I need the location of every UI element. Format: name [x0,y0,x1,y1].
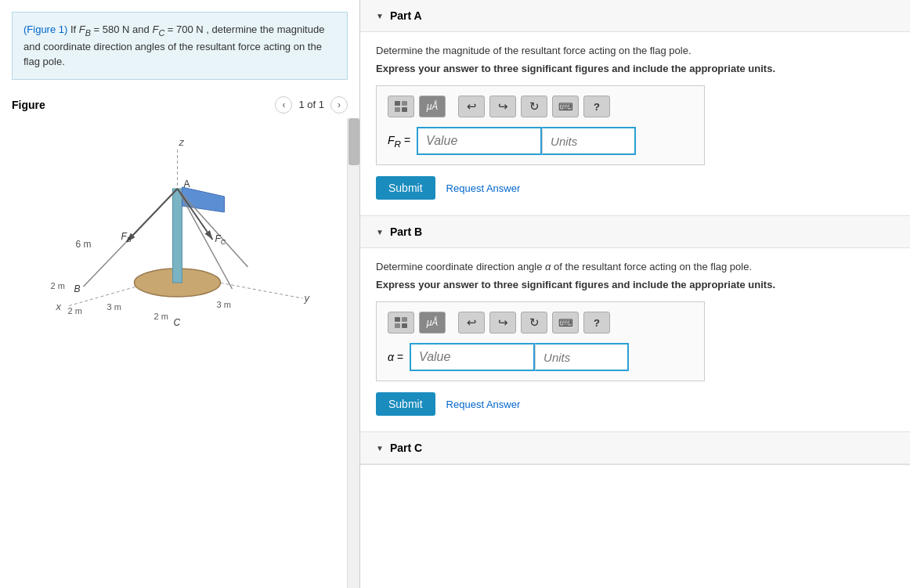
part-a-instruction: Express your answer to three significant… [376,63,894,74]
part-b-content: Determine coordinate direction angle α o… [360,248,910,431]
help-btn-b[interactable]: ? [583,312,610,334]
part-b-value-input[interactable] [410,343,535,371]
figure-with-scroll: z y x A [0,118,359,588]
figure-svg: z y x A [0,118,347,330]
svg-text:B: B [74,283,81,294]
part-b-instruction: Express your answer to three significant… [376,279,894,290]
part-b-request-link[interactable]: Request Answer [446,399,521,410]
right-panel: ▼ Part A Determine the magnitude of the … [360,0,910,588]
part-a-toolbar: μÅ ↩ ↪ ↻ ⌨ ? [388,96,693,117]
mu-btn-b[interactable]: μÅ [419,312,446,334]
part-b-arrow: ▼ [376,228,384,236]
part-a-units-input[interactable] [542,127,636,155]
prev-figure-button[interactable]: ‹ [275,96,292,114]
part-a-input-label: FR = [388,134,410,149]
undo-btn-b[interactable]: ↩ [458,312,485,334]
grid-icon-b [394,316,408,329]
svg-rect-27 [395,101,400,106]
svg-text:3 m: 3 m [107,302,121,312]
part-b-input-label: α = [388,351,403,363]
svg-rect-8 [173,189,182,283]
svg-rect-32 [402,317,407,322]
part-c-header[interactable]: ▼ Part C [360,432,910,464]
figure-link[interactable]: (Figure 1) [23,23,67,35]
part-a-arrow: ▼ [376,12,384,20]
svg-rect-30 [402,107,407,112]
part-b-input-row: α = [388,343,693,371]
figure-canvas-area: z y x A [0,118,347,588]
scrollbar-thumb [348,118,359,165]
part-b-description: Determine coordinate direction angle α o… [376,261,894,272]
part-c-section: ▼ Part C [360,432,910,465]
redo-btn[interactable]: ↪ [489,96,516,117]
svg-text:z: z [179,136,185,148]
figure-header: Figure ‹ 1 of 1 › [0,92,359,118]
part-c-label: Part C [390,442,422,454]
svg-text:6 m: 6 m [76,239,92,250]
part-c-arrow: ▼ [376,444,384,453]
scrollbar-track[interactable] [347,118,359,588]
part-a-action-row: Submit Request Answer [376,176,894,200]
part-b-action-row: Submit Request Answer [376,392,894,416]
refresh-btn-b[interactable]: ↻ [521,312,547,334]
svg-rect-28 [402,101,407,106]
grid-icon-btn[interactable] [388,96,414,117]
part-b-answer-box: μÅ ↩ ↪ ↻ ⌨ ? α = [376,301,705,381]
grid-icon-btn-b[interactable] [388,312,414,334]
figure-title: Figure [12,99,45,111]
svg-rect-34 [402,323,407,328]
part-a-description: Determine the magnitude of the resultant… [376,45,894,56]
svg-text:C: C [174,317,181,328]
part-b-units-input[interactable] [535,343,629,371]
part-b-section: ▼ Part B Determine coordinate direction … [360,216,910,432]
refresh-btn[interactable]: ↻ [521,96,547,117]
svg-text:2 m: 2 m [68,306,82,316]
figure-count: 1 of 1 [298,99,324,110]
svg-text:x: x [56,301,62,312]
part-b-toolbar: μÅ ↩ ↪ ↻ ⌨ ? [388,312,693,334]
svg-rect-33 [395,323,400,328]
keyboard-btn-b[interactable]: ⌨ [552,312,579,334]
svg-text:3 m: 3 m [217,300,231,309]
part-b-label: Part B [390,225,422,238]
part-a-section: ▼ Part A Determine the magnitude of the … [360,0,910,216]
help-btn-a[interactable]: ? [583,96,610,117]
figure-section: Figure ‹ 1 of 1 › [0,92,359,588]
part-a-header[interactable]: ▼ Part A [360,0,910,32]
svg-rect-31 [395,317,400,322]
mu-btn[interactable]: μÅ [419,96,446,117]
part-a-value-input[interactable] [417,127,542,155]
grid-icon [394,100,408,113]
part-a-input-row: FR = [388,127,693,155]
svg-text:2 m: 2 m [51,281,65,290]
svg-rect-29 [395,107,400,112]
svg-text:2 m: 2 m [154,312,168,321]
undo-btn[interactable]: ↩ [458,96,485,117]
keyboard-btn[interactable]: ⌨ [552,96,579,117]
part-a-submit-button[interactable]: Submit [376,176,435,200]
part-b-header[interactable]: ▼ Part B [360,216,910,248]
left-panel: (Figure 1) If FB = 580 N and FC = 700 N … [0,0,360,588]
problem-statement: (Figure 1) If FB = 580 N and FC = 700 N … [12,12,348,80]
figure-nav: ‹ 1 of 1 › [275,96,348,114]
part-a-content: Determine the magnitude of the resultant… [360,32,910,215]
part-a-request-link[interactable]: Request Answer [446,182,521,194]
part-a-label: Part A [390,9,422,22]
part-b-submit-button[interactable]: Submit [376,392,435,416]
part-a-answer-box: μÅ ↩ ↪ ↻ ⌨ ? FR = [376,85,705,165]
problem-text-1: If FB = 580 N and FC = 700 N , determine… [23,23,324,67]
next-figure-button[interactable]: › [330,96,348,114]
redo-btn-b[interactable]: ↪ [489,312,516,334]
